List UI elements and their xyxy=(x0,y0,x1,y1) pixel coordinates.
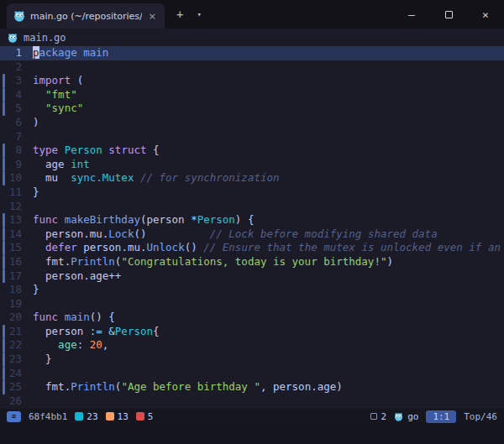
code-line-7[interactable]: 7 xyxy=(0,130,504,144)
titlebar-drag-area[interactable] xyxy=(202,0,393,29)
new-tab-button[interactable]: + xyxy=(176,8,183,21)
code-token: ( xyxy=(71,74,83,86)
code-text xyxy=(33,297,504,311)
code-token: { xyxy=(153,325,160,337)
code-line-9[interactable]: 9 age int xyxy=(0,158,504,172)
code-line-1[interactable]: 1package main xyxy=(0,46,504,60)
code-token xyxy=(33,241,45,253)
code-token: defer xyxy=(45,241,77,253)
code-line-24[interactable]: 24 xyxy=(0,367,504,381)
code-token: age xyxy=(33,158,71,170)
code-token xyxy=(58,311,65,323)
code-line-23[interactable]: 23 } xyxy=(0,353,504,367)
line-number: 23 xyxy=(5,353,33,367)
line-number: 19 xyxy=(5,297,33,311)
warning-icon xyxy=(106,412,114,420)
diagnostic-error: 5 xyxy=(136,411,154,422)
code-line-15[interactable]: 15 defer person.mu.Unlock() // Ensure th… xyxy=(0,241,504,255)
terminal-window: main.go (~/repositories/go-s × + ▾ – × m… xyxy=(0,0,504,444)
line-number: 14 xyxy=(5,227,33,242)
code-line-4[interactable]: 4 "fmt" xyxy=(0,88,504,102)
code-line-25[interactable]: 25 fmt.Println("Age before birthday ", p… xyxy=(0,380,504,394)
code-line-21[interactable]: 21 person := &Person{ xyxy=(0,325,504,339)
code-token: } xyxy=(33,353,52,365)
mode-badge: ≡ xyxy=(7,411,21,422)
code-line-16[interactable]: 16 fmt.Println("Congratulations, today i… xyxy=(0,255,504,269)
code-line-2[interactable]: 2 xyxy=(0,60,504,75)
maximize-button[interactable] xyxy=(430,0,467,29)
code-text: type Person struct { xyxy=(33,144,504,158)
code-token: person.mu. xyxy=(77,241,147,253)
line-number: 22 xyxy=(5,338,33,353)
code-line-3[interactable]: 3import ( xyxy=(0,74,504,88)
code-line-19[interactable]: 19 xyxy=(0,297,504,311)
line-number: 8 xyxy=(5,144,33,158)
code-token: } xyxy=(33,283,39,295)
winbar-filename: main.go xyxy=(24,32,66,44)
line-number: 3 xyxy=(5,74,33,88)
code-text: "fmt" xyxy=(33,88,504,102)
code-text: func makeBirthday(person *Person) { xyxy=(33,213,504,227)
code-line-6[interactable]: 6) xyxy=(0,116,504,130)
code-line-8[interactable]: 8type Person struct { xyxy=(0,144,504,158)
line-number: 17 xyxy=(5,269,33,284)
code-line-10[interactable]: 10 mu sync.Mutex // for synchronization xyxy=(0,171,504,185)
diagnostics: 23135 xyxy=(75,411,153,422)
code-token: } xyxy=(33,185,39,198)
line-number: 5 xyxy=(5,102,33,116)
cursor-position: 1:1 xyxy=(426,410,456,423)
code-line-17[interactable]: 17 person.age++ xyxy=(0,269,504,284)
code-text: } xyxy=(33,283,504,297)
code-token: mu xyxy=(33,171,71,184)
code-line-12[interactable]: 12 xyxy=(0,200,504,214)
code-line-26[interactable]: 26 xyxy=(0,394,504,409)
minimize-button[interactable]: – xyxy=(393,0,430,29)
code-token: Person xyxy=(115,325,153,337)
line-number: 24 xyxy=(5,367,33,381)
filetype: go xyxy=(394,411,418,422)
code-text: fmt.Println("Age before birthday ", pers… xyxy=(33,380,504,394)
code-line-18[interactable]: 18} xyxy=(0,283,504,297)
code-line-11[interactable]: 11} xyxy=(0,185,504,200)
code-token: import xyxy=(33,74,71,86)
code-token: person.mu. xyxy=(33,227,108,240)
code-line-13[interactable]: 13func makeBirthday(person *Person) { xyxy=(0,213,504,227)
code-text: ) xyxy=(33,116,504,130)
editor-pane: main.go 1package main23import (4 "fmt"5 … xyxy=(0,29,504,444)
line-number: 4 xyxy=(5,88,33,102)
code-line-5[interactable]: 5 "sync" xyxy=(0,102,504,116)
code-token: Unlock xyxy=(147,241,185,253)
code-text: person.age++ xyxy=(33,269,504,284)
line-number: 1 xyxy=(5,46,33,60)
terminal-tab[interactable]: main.go (~/repositories/go-s × xyxy=(7,3,165,29)
code-token: () xyxy=(185,241,204,253)
code-line-14[interactable]: 14 person.mu.Lock() // Lock before modif… xyxy=(0,227,504,242)
code-token: main xyxy=(65,311,90,323)
tab-title: main.go (~/repositories/go-s xyxy=(30,11,142,22)
code-token: 20 xyxy=(90,338,102,351)
close-button[interactable]: × xyxy=(467,0,504,29)
code-text xyxy=(33,367,504,381)
info-count: 23 xyxy=(87,411,97,422)
code-token: () xyxy=(134,227,209,240)
code-text: } xyxy=(33,185,504,200)
line-number: 16 xyxy=(5,255,33,269)
line-number: 6 xyxy=(5,116,33,130)
buffer-count-value: 2 xyxy=(381,411,387,422)
filetype-label: go xyxy=(407,411,418,422)
code-token: fmt. xyxy=(33,380,71,393)
code-token: Println xyxy=(71,380,115,393)
code-area[interactable]: 1package main23import (4 "fmt"5 "sync"6)… xyxy=(0,46,504,409)
code-line-20[interactable]: 20func main() { xyxy=(0,311,504,325)
code-token: func xyxy=(33,311,58,323)
code-line-22[interactable]: 22 age: 20, xyxy=(0,338,504,353)
code-text: func main() { xyxy=(33,311,504,325)
tab-close-icon[interactable]: × xyxy=(147,11,158,22)
code-token: , person.age) xyxy=(260,380,343,393)
code-token: Lock xyxy=(108,227,134,240)
code-text: "sync" xyxy=(33,102,504,116)
code-token: main xyxy=(83,46,108,59)
code-token: type xyxy=(33,144,58,156)
gopher-icon xyxy=(13,10,25,22)
code-token: Println xyxy=(71,255,115,268)
